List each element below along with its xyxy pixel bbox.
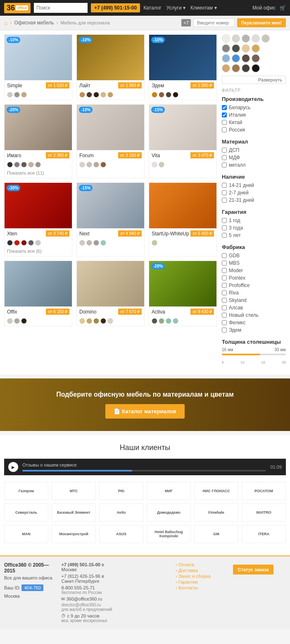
product-name[interactable]: Activa [152,309,165,315]
product-color-dot[interactable] [152,162,157,168]
product-color-dot[interactable] [93,92,99,98]
product-color-dot[interactable] [7,318,13,324]
product-color-dot[interactable] [21,162,27,168]
product-name[interactable]: StartUp-WhiteUp [152,231,189,237]
product-color-dot[interactable] [21,240,27,246]
thickness-slider[interactable] [222,354,286,355]
product-card[interactable]: -10% Лайт от 1 860 ₽ [76,34,145,100]
product-name[interactable]: Next [79,231,90,237]
callback-button[interactable]: Перезвоните мне! [237,18,286,27]
product-color-dot[interactable] [14,162,20,168]
filter-checkbox[interactable] [222,155,227,160]
show-all-link[interactable]: Показать все (11) [5,170,72,178]
product-name[interactable]: Simple [7,83,22,89]
product-card[interactable]: -15% Next от 4 940 ₽ [76,182,145,256]
product-name[interactable]: Xten [7,231,17,237]
color-swatch[interactable] [222,34,230,43]
color-swatch[interactable] [242,44,250,53]
color-swatch[interactable] [222,64,230,72]
color-swatch[interactable] [242,34,250,43]
footer-link[interactable]: › Контакты [176,585,228,590]
product-card[interactable]: Domino от 7 670 ₽ [76,261,145,326]
filter-checkbox[interactable] [222,233,227,238]
product-name[interactable]: Offix [7,309,17,315]
product-color-dot[interactable] [166,92,171,98]
product-color-dot[interactable] [93,240,99,246]
filter-checkbox[interactable] [222,163,227,168]
filter-checkbox[interactable] [222,298,227,303]
filter-checkbox[interactable] [222,290,227,295]
product-color-dot[interactable] [173,318,178,324]
order-status-button[interactable]: Статус заказа [233,565,274,575]
product-color-dot[interactable] [79,318,85,324]
color-swatch[interactable] [232,44,240,53]
product-color-dot[interactable] [14,240,20,246]
product-color-dot[interactable] [79,92,85,98]
product-color-dot[interactable] [166,318,171,324]
footer-link[interactable]: › Оплата [176,562,228,567]
product-color-dot[interactable] [93,162,99,168]
product-color-dot[interactable] [14,318,20,324]
product-color-dot[interactable] [21,318,27,324]
product-color-dot[interactable] [28,162,34,168]
product-card[interactable]: -15% Vita от 3 470 ₽ [149,104,217,178]
footer-link[interactable]: › Доставка [176,568,228,573]
product-name[interactable]: Имаго [7,153,21,158]
play-button[interactable]: ▶ [8,462,18,472]
filter-checkbox[interactable] [222,190,227,195]
filter-checkbox[interactable] [222,320,227,325]
product-color-dot[interactable] [152,240,157,246]
product-color-dot[interactable] [7,240,13,246]
search-input[interactable] [34,3,88,13]
footer-link[interactable]: › Гарантия [176,579,228,584]
filter-checkbox[interactable] [222,328,227,333]
color-swatch[interactable] [261,34,270,43]
product-card[interactable]: -20% Имаго от 2 360 ₽ Показать все (11) [4,104,72,178]
product-color-dot[interactable] [86,240,92,246]
product-color-dot[interactable] [86,162,92,168]
color-swatch[interactable] [252,64,260,72]
filter-checkbox[interactable] [222,218,227,223]
filter-checkbox[interactable] [222,253,227,258]
product-color-dot[interactable] [173,92,178,98]
color-swatch[interactable] [232,64,240,72]
filter-checkbox[interactable] [222,283,227,288]
cart-icon[interactable]: 🛒 [280,5,286,11]
product-card[interactable]: Offix от 6 150 ₽ [4,261,72,326]
product-card[interactable]: -10% Forum от 3 160 ₽ [76,104,145,178]
product-color-dot[interactable] [100,318,106,324]
filter-checkbox[interactable] [222,148,227,153]
logo[interactable]: 36 office [4,3,31,13]
product-name[interactable]: Лайт [79,83,90,89]
product-color-dot[interactable] [152,92,157,98]
product-card[interactable]: StartUp-WhiteUp от 5 400 ₽ [149,182,217,256]
filter-checkbox[interactable] [222,198,227,203]
product-color-dot[interactable] [159,162,164,168]
filter-checkbox[interactable] [222,268,227,273]
expand-swatches-button[interactable]: Развернуть [222,76,286,84]
filter-checkbox[interactable] [222,105,227,110]
color-swatch[interactable] [242,54,250,62]
product-color-dot[interactable] [14,92,20,98]
nav-catalog[interactable]: Каталог [143,5,162,11]
nav-services[interactable]: Услуги ▾ [166,5,185,11]
product-color-dot[interactable] [35,240,41,246]
color-swatch[interactable] [222,54,230,62]
filter-checkbox[interactable] [222,120,227,125]
color-swatch[interactable] [252,44,260,53]
progress-bar[interactable] [22,470,266,472]
product-name[interactable]: Domino [79,309,96,315]
product-color-dot[interactable] [152,318,157,324]
product-color-dot[interactable] [86,318,92,324]
color-swatch[interactable] [232,34,240,43]
product-color-dot[interactable] [107,318,113,324]
product-card[interactable]: -20% Activa от 8 430 ₽ [149,261,217,326]
product-color-dot[interactable] [159,318,164,324]
filter-checkbox[interactable] [222,305,227,310]
breadcrumb-office-furniture[interactable]: Офисная мебель [14,20,54,26]
product-card[interactable]: -30% Xten от 3 740 ₽ Показать все (6) [4,182,72,256]
product-color-dot[interactable] [93,318,99,324]
nav-clients[interactable]: Клиентам ▾ [190,5,217,11]
product-color-dot[interactable] [21,92,27,98]
product-color-dot[interactable] [79,162,85,168]
